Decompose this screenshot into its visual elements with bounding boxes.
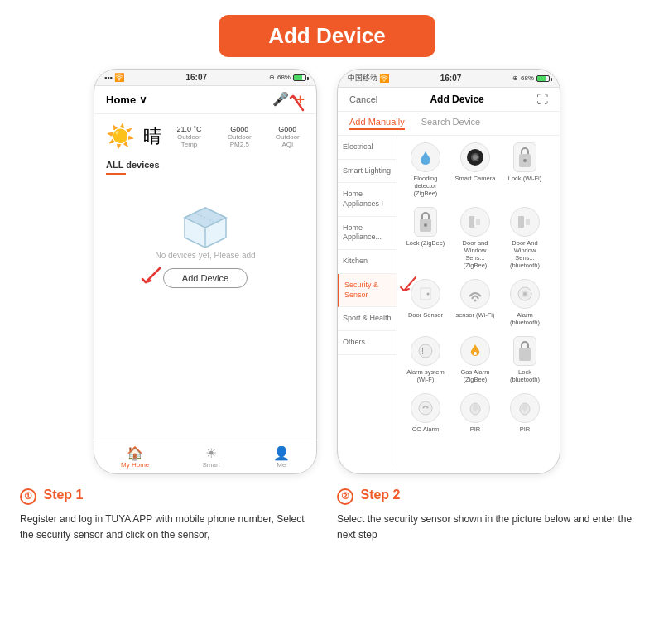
- phones-container: ▪▪▪ 🛜 16:07 ⊕ 68% Home ∨ 🎤 +: [0, 69, 654, 474]
- phone1-navbar: Home ∨ 🎤 +: [94, 86, 316, 114]
- svg-line-18: [404, 277, 416, 291]
- phone1-signal: ▪▪▪ 🛜: [104, 73, 124, 82]
- home-icon: 🏠: [127, 445, 143, 461]
- sidebar-others[interactable]: Others: [338, 331, 397, 355]
- device-pir2[interactable]: PIR: [502, 390, 548, 436]
- phone2-lock-icon: ⊕: [512, 74, 518, 82]
- step2-column: ② Step 2 Select the security sensor show…: [337, 488, 634, 543]
- device-gas-alarm[interactable]: Gas Alarm (ZigBee): [452, 333, 498, 387]
- svg-point-32: [473, 404, 478, 411]
- add-device-title: Add Device: [219, 15, 435, 57]
- svg-point-22: [474, 300, 477, 302]
- phone1-wifi-icon: 🛜: [114, 73, 124, 82]
- step2-description: Select the security sensor shown in the …: [337, 512, 634, 543]
- step1-title: ① Step 1: [20, 488, 317, 505]
- step1-column: ① Step 1 Register and log in TUYA APP wi…: [20, 488, 317, 543]
- svg-point-11: [523, 159, 527, 162]
- step2-number: ②: [337, 488, 353, 505]
- phone1-battery-icon: [293, 74, 306, 81]
- empty-text: No devices yet, Please add: [155, 251, 255, 260]
- device-door-window-zigbee[interactable]: Door and Window Sens... (ZigBee): [452, 204, 498, 272]
- tab-search-device[interactable]: Search Device: [421, 117, 481, 130]
- device-co-alarm[interactable]: CO Alarm: [402, 390, 449, 436]
- bottom-nav-me[interactable]: 👤 Me: [273, 445, 290, 469]
- svg-point-28: [474, 352, 477, 355]
- bottom-nav-smart[interactable]: ☀ Smart: [202, 445, 219, 469]
- phone2-battery-icon: [536, 75, 550, 82]
- device-door-sensor[interactable]: Door Sensor: [402, 276, 449, 329]
- svg-text:!: !: [421, 347, 424, 356]
- arrow3-icon: [397, 274, 421, 294]
- bottom-nav-home[interactable]: 🏠 My Home: [121, 445, 149, 469]
- phone2-time: 16:07: [440, 74, 462, 83]
- outdoor-temp: 21.0 °C: [170, 125, 209, 133]
- phone2-navbar: Cancel Add Device ⛶: [338, 88, 560, 112]
- svg-rect-15: [476, 219, 480, 225]
- phone1-bottom-nav: 🏠 My Home ☀ Smart 👤 Me: [94, 440, 316, 473]
- svg-rect-29: [519, 348, 531, 361]
- orange-underline: [106, 173, 126, 175]
- svg-point-13: [424, 223, 427, 227]
- sidebar-sport-health[interactable]: Sport & Health: [338, 307, 397, 331]
- svg-point-34: [522, 404, 527, 411]
- phone2-device-grid: Flooding detector (ZigBee) Smart Camera …: [397, 136, 560, 465]
- device-lock-bt[interactable]: Lock (bluetooth): [502, 333, 548, 387]
- sidebar-smart-lighting[interactable]: Smart Lighting: [338, 160, 397, 184]
- sidebar-electrical[interactable]: Electrical: [338, 136, 397, 160]
- sidebar-security-sensor[interactable]: Security & Sensor: [338, 274, 397, 307]
- svg-point-30: [419, 401, 432, 415]
- device-alarm-system-wifi[interactable]: ! Alarm system (Wi-F): [402, 333, 449, 387]
- pm-label: Outdoor PM2.5: [219, 133, 261, 148]
- sidebar-home-appliances2[interactable]: Home Appliance...: [338, 217, 397, 250]
- steps-container: ① Step 1 Register and log in TUYA APP wi…: [0, 474, 654, 543]
- phone1-battery-area: ⊕ 68%: [269, 74, 306, 81]
- device-lock-zigbee[interactable]: Lock (ZigBee): [402, 204, 449, 272]
- svg-point-21: [427, 293, 430, 296]
- aqi-val: Good: [271, 125, 305, 133]
- cancel-button[interactable]: Cancel: [349, 94, 377, 104]
- page-header: Add Device: [0, 0, 654, 69]
- aqi-label: Outdoor AQI: [271, 133, 305, 148]
- me-icon: 👤: [273, 445, 290, 461]
- device-smart-camera[interactable]: Smart Camera: [452, 139, 498, 200]
- svg-line-5: [146, 268, 160, 282]
- weather-stats: 21.0 °C Outdoor Temp Good Outdoor PM2.5 …: [170, 125, 305, 148]
- svg-point-9: [473, 155, 478, 160]
- phone2-status-bar: 中国移动 🛜 16:07 ⊕ 68%: [338, 70, 560, 88]
- phone1-status-bar: ▪▪▪ 🛜 16:07 ⊕ 68%: [94, 70, 316, 86]
- svg-rect-14: [469, 216, 474, 228]
- weather-sun-icon: ☀️: [106, 123, 135, 150]
- pm-val: Good: [219, 125, 261, 133]
- phone2-tabs: Add Manually Search Device: [338, 112, 560, 136]
- devices-label: ALL devices: [94, 155, 316, 173]
- device-flooding-detector[interactable]: Flooding detector (ZigBee): [402, 139, 449, 200]
- smart-icon: ☀: [205, 445, 217, 461]
- device-sensor-wifi[interactable]: sensor (Wi-Fi): [452, 276, 498, 329]
- phone2-frame: 中国移动 🛜 16:07 ⊕ 68% Cancel Add Device ⛶ A…: [337, 69, 560, 474]
- phone1-lock-icon: ⊕: [269, 74, 275, 81]
- add-device-button[interactable]: Add Device: [163, 268, 248, 288]
- step1-description: Register and log in TUYA APP with mobile…: [20, 512, 317, 543]
- phone2-category-sidebar: Electrical Smart Lighting Home Appliance…: [338, 136, 397, 465]
- phone1-battery-pct: 68%: [277, 74, 291, 81]
- device-alarm-bt[interactable]: Alarm (bluetooth): [502, 276, 548, 329]
- device-lock-wifi[interactable]: Lock (Wi-Fi): [502, 139, 548, 200]
- svg-rect-16: [518, 216, 524, 228]
- phone2-wifi-icon: 🛜: [379, 74, 389, 83]
- phone2-battery-pct: 68%: [521, 74, 534, 82]
- phone1-time: 16:07: [185, 73, 207, 82]
- empty-box-icon: [176, 201, 234, 251]
- tab-add-manually[interactable]: Add Manually: [349, 117, 405, 130]
- svg-point-25: [523, 292, 527, 296]
- phone2-battery-area: ⊕ 68%: [512, 74, 550, 82]
- temp-label: Outdoor Temp: [170, 133, 209, 148]
- step2-title: ② Step 2: [337, 488, 634, 505]
- expand-icon[interactable]: ⛶: [536, 93, 548, 106]
- device-door-window-bt[interactable]: Door And Window Sens... (bluetooth): [502, 204, 548, 272]
- sidebar-home-appliances1[interactable]: Home Appliances I: [338, 183, 397, 216]
- device-pir1[interactable]: PIR: [452, 390, 498, 436]
- phone1-weather: ☀️ 晴 21.0 °C Outdoor Temp Good Outdoor P…: [94, 114, 316, 155]
- sidebar-kitchen[interactable]: Kitchen: [338, 250, 397, 274]
- phone1-home-title: Home ∨: [106, 94, 147, 106]
- arrow2-icon: [139, 264, 168, 289]
